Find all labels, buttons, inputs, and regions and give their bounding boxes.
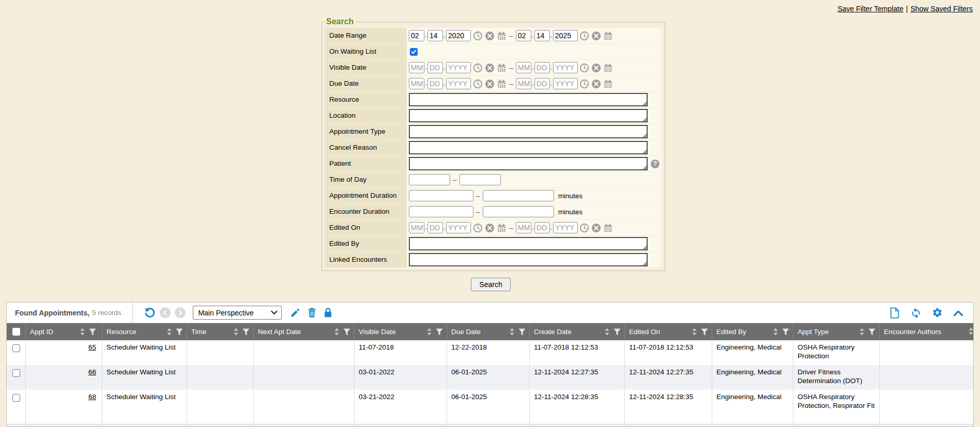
date-to-year-input[interactable] [553,30,578,41]
edit-perspective-icon[interactable] [289,307,300,318]
time-of-day-to-input[interactable] [460,174,501,185]
due-to-year-input[interactable] [553,78,578,89]
clear-icon[interactable] [484,223,495,233]
perspective-select[interactable]: Main Perspective [193,306,282,320]
sort-icon[interactable] [604,328,610,336]
appointment-type-input[interactable] [410,126,647,137]
edited-from-year-input[interactable] [446,222,471,233]
refresh-icon[interactable] [910,307,922,319]
col-header-visible-date[interactable]: Visible Date [354,323,447,340]
appointment-duration-max-input[interactable] [483,190,554,201]
row-checkbox[interactable] [12,344,20,352]
appt-id-link[interactable]: 68 [88,393,96,401]
date-to-month-input[interactable] [516,30,531,41]
select-all-checkbox[interactable] [7,323,25,340]
delete-perspective-icon[interactable] [307,307,317,318]
sort-icon[interactable] [334,328,340,336]
next-page-icon[interactable] [175,307,186,318]
date-to-day-input[interactable] [534,30,550,41]
undo-icon[interactable] [143,307,156,319]
cancel-reason-input[interactable] [410,142,647,153]
calendar-icon[interactable] [603,78,614,89]
help-icon[interactable]: ? [651,160,660,168]
due-from-day-input[interactable] [427,78,443,89]
due-from-year-input[interactable] [446,78,471,89]
filter-icon[interactable] [614,328,621,336]
new-document-icon[interactable] [889,307,900,319]
prev-page-icon[interactable] [160,307,171,318]
row-checkbox[interactable] [12,369,20,377]
calendar-icon[interactable] [603,223,614,233]
appt-id-link[interactable]: 65 [88,343,96,351]
calendar-icon[interactable] [603,30,614,41]
clock-icon[interactable] [472,62,483,73]
col-header-appt-id[interactable]: Appt ID [25,323,102,340]
clock-icon[interactable] [579,62,590,73]
visible-from-month-input[interactable] [409,62,424,73]
visible-to-month-input[interactable] [516,62,531,73]
col-header-edited-by[interactable]: Edited By [712,323,793,340]
edited-from-day-input[interactable] [427,222,443,233]
filter-icon[interactable] [868,328,876,336]
gear-icon[interactable] [931,307,943,319]
save-filter-template-link[interactable]: Save Filter Template [837,5,903,13]
col-header-create-date[interactable]: Create Date [529,323,624,340]
col-header-time[interactable]: Time [187,323,253,340]
sort-icon[interactable] [773,328,778,336]
sort-icon[interactable] [166,328,172,336]
encounter-duration-max-input[interactable] [483,206,554,217]
filter-icon[interactable] [176,328,183,336]
clear-icon[interactable] [591,62,602,73]
resource-input[interactable] [410,94,647,105]
time-of-day-from-input[interactable] [409,174,450,185]
collapse-icon[interactable] [953,307,964,319]
sort-icon[interactable] [968,327,973,335]
patient-input[interactable] [410,158,647,169]
col-header-resource[interactable]: Resource [102,323,187,340]
filter-icon[interactable] [518,328,526,336]
date-from-day-input[interactable] [427,30,443,41]
clear-icon[interactable] [484,30,495,41]
filter-icon[interactable] [701,328,708,336]
filter-icon[interactable] [343,328,350,336]
col-header-due-date[interactable]: Due Date [447,323,529,340]
visible-to-year-input[interactable] [553,62,578,73]
sort-icon[interactable] [80,328,85,336]
sort-icon[interactable] [692,328,697,336]
show-saved-filters-link[interactable]: Show Saved Filters [910,5,973,13]
sort-icon[interactable] [426,328,432,336]
sort-icon[interactable] [509,328,515,336]
clear-icon[interactable] [484,62,495,73]
location-input[interactable] [410,110,647,121]
col-header-appt-type[interactable]: Appt Type [793,323,879,340]
visible-from-year-input[interactable] [446,62,471,73]
filter-icon[interactable] [436,328,443,336]
clock-icon[interactable] [472,78,483,89]
due-to-month-input[interactable] [516,78,531,89]
edited-to-day-input[interactable] [534,222,550,233]
sort-icon[interactable] [233,328,239,336]
visible-to-day-input[interactable] [534,62,550,73]
edited-to-month-input[interactable] [516,222,531,233]
filter-icon[interactable] [89,328,96,336]
sort-icon[interactable] [859,328,865,336]
calendar-icon[interactable] [603,62,614,73]
clock-icon[interactable] [579,78,590,89]
clock-icon[interactable] [579,223,590,233]
edited-from-month-input[interactable] [409,222,424,233]
filter-icon[interactable] [242,328,250,336]
appt-id-link[interactable]: 66 [88,368,96,376]
visible-from-day-input[interactable] [427,62,443,73]
row-checkbox[interactable] [12,394,20,402]
clear-icon[interactable] [591,223,602,233]
lock-icon[interactable] [323,307,333,318]
clock-icon[interactable] [472,223,483,233]
linked-encounters-input[interactable] [410,254,647,265]
clear-icon[interactable] [484,78,495,89]
encounter-duration-min-input[interactable] [409,206,473,217]
search-button[interactable]: Search [471,278,510,291]
appointment-duration-min-input[interactable] [409,190,473,201]
calendar-icon[interactable] [496,223,507,233]
date-from-month-input[interactable] [409,30,424,41]
col-header-next-apt-date[interactable]: Next Apt Date [253,323,354,340]
